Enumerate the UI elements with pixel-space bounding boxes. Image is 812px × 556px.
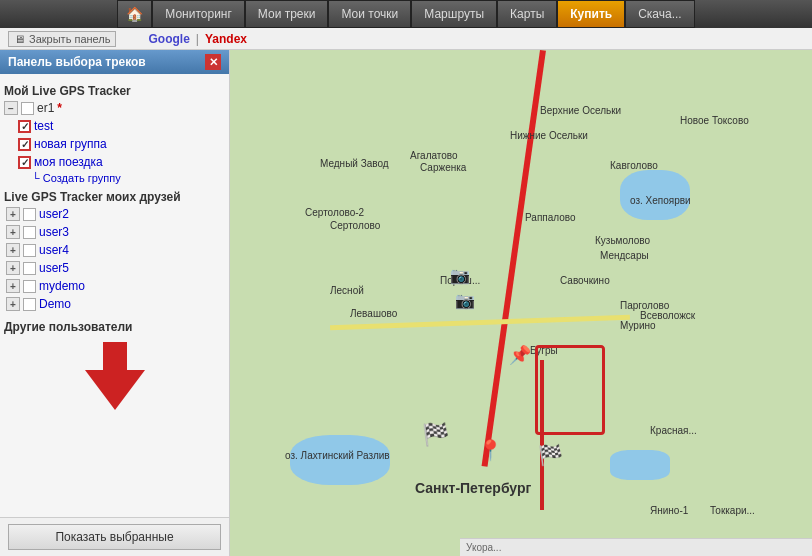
nav-monitoring[interactable]: Мониторинг xyxy=(152,0,245,28)
mydemo-checkbox[interactable] xyxy=(23,280,36,293)
friends-section: Live GPS Tracker моих друзей + user2 + u… xyxy=(4,190,225,312)
down-arrow xyxy=(85,342,145,410)
new-group-tree-item: новая группа xyxy=(18,136,225,152)
user3-expander[interactable]: + xyxy=(6,225,20,239)
test-checkbox[interactable] xyxy=(18,120,31,133)
show-selected-button[interactable]: Показать выбранные xyxy=(8,524,221,550)
nav-download[interactable]: Скача... xyxy=(625,0,695,28)
city-nizh-oselki: Нижние Осельки xyxy=(510,130,588,141)
track-rectangle xyxy=(535,345,605,435)
panel-content: Мой Live GPS Tracker − er1 * test новая … xyxy=(0,74,229,517)
user2-row: + user2 xyxy=(4,206,225,222)
user3-label[interactable]: user3 xyxy=(39,225,69,239)
demo-expander[interactable]: + xyxy=(6,297,20,311)
user1-checkbox[interactable] xyxy=(21,102,34,115)
city-hepojarvi: оз. Хепоярви xyxy=(630,195,691,206)
nav-my-points[interactable]: Мои точки xyxy=(328,0,411,28)
city-mendsary: Мендсары xyxy=(600,250,649,261)
city-sarjenka: Сарженка xyxy=(420,162,466,173)
home-button[interactable]: 🏠 xyxy=(117,0,152,28)
camera-icon-1: 📷 xyxy=(450,265,470,285)
new-group-checkbox[interactable] xyxy=(18,138,31,151)
top-nav: 🏠 Мониторинг Мои треки Мои точки Маршрут… xyxy=(0,0,812,28)
user5-expander[interactable]: + xyxy=(6,261,20,275)
nav-routes[interactable]: Маршруты xyxy=(411,0,497,28)
panel-title-bar: Панель выбора треков ✕ xyxy=(0,50,229,74)
side-panel: Панель выбора треков ✕ Мой Live GPS Trac… xyxy=(0,50,230,556)
test-label[interactable]: test xyxy=(34,119,53,133)
city-lesnoy: Лесной xyxy=(330,285,364,296)
arrow-shaft xyxy=(103,342,127,370)
yandex-link[interactable]: Yandex xyxy=(205,32,247,46)
gps-marker-blue: 📍 xyxy=(480,440,500,460)
user3-row: + user3 xyxy=(4,224,225,240)
city-verkh-oselki: Верхние Осельки xyxy=(540,105,621,116)
demo-checkbox[interactable] xyxy=(23,298,36,311)
user2-checkbox[interactable] xyxy=(23,208,36,221)
city-new-toksovo: Новое Токсово xyxy=(680,115,749,126)
city-yanino: Янино-1 xyxy=(650,505,688,516)
map-area[interactable]: Сертолово Санкт-Петербург Парголово Менд… xyxy=(230,50,812,556)
user4-label[interactable]: user4 xyxy=(39,243,69,257)
user2-label[interactable]: user2 xyxy=(39,207,69,221)
flag-marker-green: 🏁 xyxy=(540,445,560,465)
my-trip-checkbox[interactable] xyxy=(18,156,31,169)
close-panel-button[interactable]: 🖥 Закрыть панель xyxy=(8,31,116,47)
my-trip-label[interactable]: моя поездка xyxy=(34,155,103,169)
bottom-bar: Укора... xyxy=(460,538,812,556)
test-tree-item: test xyxy=(18,118,225,134)
user1-tree-item: − er1 * xyxy=(4,100,225,116)
water-neva xyxy=(610,450,670,480)
my-trip-tree-item: моя поездка xyxy=(18,154,225,170)
city-murino: Мурино xyxy=(620,320,656,331)
main-area: Панель выбора треков ✕ Мой Live GPS Trac… xyxy=(0,50,812,556)
panel-title: Панель выбора треков xyxy=(8,55,146,69)
mydemo-expander[interactable]: + xyxy=(6,279,20,293)
flag-marker-1: 🏁 xyxy=(425,425,445,445)
asterisk-marker: * xyxy=(57,101,62,115)
gps-marker-pink: 📌 xyxy=(510,345,530,365)
nav-maps[interactable]: Карты xyxy=(497,0,557,28)
user3-checkbox[interactable] xyxy=(23,226,36,239)
city-kuzhmolovo: Кузьмолово xyxy=(595,235,650,246)
map-background: Сертолово Санкт-Петербург Парголово Менд… xyxy=(230,50,812,556)
city-kavgolovo: Кавголово xyxy=(610,160,658,171)
user1-expander[interactable]: − xyxy=(4,101,18,115)
city-sertolovo2: Сертолово-2 xyxy=(305,207,364,218)
city-levashovo: Левашово xyxy=(350,308,397,319)
user4-checkbox[interactable] xyxy=(23,244,36,257)
link-separator: | xyxy=(196,32,199,46)
sub-header: 🖥 Закрыть панель Google | Yandex xyxy=(0,28,812,50)
arrow-container xyxy=(4,338,225,414)
nav-my-tracks[interactable]: Мои треки xyxy=(245,0,329,28)
user1-label: er1 xyxy=(37,101,54,115)
city-rappalovo: Раппалово xyxy=(525,212,576,223)
user5-label[interactable]: user5 xyxy=(39,261,69,275)
panel-close-button[interactable]: ✕ xyxy=(205,54,221,70)
city-medniy-zavod: Медный Завод xyxy=(320,158,389,169)
bottom-text: Укора... xyxy=(466,542,501,553)
arrow-head xyxy=(85,370,145,410)
mydemo-label[interactable]: mydemo xyxy=(39,279,85,293)
user4-expander[interactable]: + xyxy=(6,243,20,257)
city-tokkari: Токкари... xyxy=(710,505,755,516)
user5-checkbox[interactable] xyxy=(23,262,36,275)
demo-label[interactable]: Demo xyxy=(39,297,71,311)
city-spb: Санкт-Петербург xyxy=(415,480,531,496)
user5-row: + user5 xyxy=(4,260,225,276)
new-group-label[interactable]: новая группа xyxy=(34,137,107,151)
google-link[interactable]: Google xyxy=(148,32,189,46)
show-button-container: Показать выбранные xyxy=(0,517,229,556)
camera-icon-2: 📷 xyxy=(455,290,475,310)
city-lakhta: оз. Лахтинский Разлив xyxy=(285,450,390,461)
other-users-section-title: Другие пользователи xyxy=(4,320,225,334)
city-vsevolojsk: Всеволожск xyxy=(640,310,695,321)
user2-expander[interactable]: + xyxy=(6,207,20,221)
create-group-link[interactable]: Создать группу xyxy=(32,172,225,184)
monitor-icon: 🖥 xyxy=(14,33,25,45)
city-savochkino: Савочкино xyxy=(560,275,610,286)
mydemo-row: + mydemo xyxy=(4,278,225,294)
friends-section-title: Live GPS Tracker моих друзей xyxy=(4,190,225,204)
demo-row: + Demo xyxy=(4,296,225,312)
nav-buy[interactable]: Купить xyxy=(557,0,625,28)
